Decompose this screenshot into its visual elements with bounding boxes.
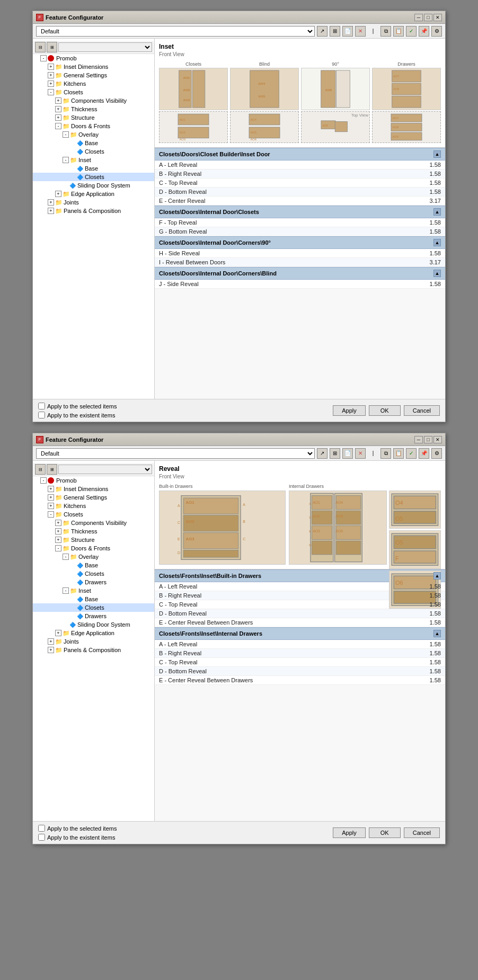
tree-expander-thickness[interactable]: + bbox=[55, 106, 61, 112]
tree-item-overlay-drawers-2[interactable]: 🔷 Drawers bbox=[33, 578, 154, 586]
exp-panels-2[interactable]: + bbox=[48, 647, 54, 653]
ok-button-1[interactable]: OK bbox=[369, 405, 401, 416]
tree-item-edge-app[interactable]: + 📁 Edge Application bbox=[33, 190, 154, 198]
tree-item-inset-2[interactable]: - 📁 Inset bbox=[33, 586, 154, 595]
maximize-btn-1[interactable]: □ bbox=[424, 14, 432, 21]
minimize-btn-2[interactable]: ─ bbox=[414, 436, 423, 443]
tree-item-structure[interactable]: + 📁 Structure bbox=[33, 113, 154, 122]
tree-expander-comp-vis[interactable]: + bbox=[55, 97, 61, 104]
toolbar-btn-pin-2[interactable]: 📌 bbox=[419, 448, 429, 459]
tree-item-joints[interactable]: + 📁 Joints bbox=[33, 198, 154, 207]
section-header-1[interactable]: Closets\Doors\Closet Builder\Inset Door … bbox=[155, 148, 445, 161]
exp-kitchens-2[interactable]: + bbox=[48, 503, 54, 509]
toolbar-btn-paste[interactable]: 📋 bbox=[393, 26, 404, 37]
collapse-btn-3[interactable]: ▲ bbox=[433, 239, 441, 246]
exp-overlay-2[interactable]: - bbox=[63, 554, 69, 560]
tree-expander-joints[interactable]: + bbox=[48, 199, 54, 206]
tree-item-inset-base-2[interactable]: 🔷 Base bbox=[33, 595, 154, 603]
section-header-4[interactable]: Closets\Doors\Internal Door\Corners\Blin… bbox=[155, 267, 445, 280]
toolbar-btn-cursor[interactable]: ↗ bbox=[317, 26, 327, 37]
tree-item-thickness[interactable]: + 📁 Thickness bbox=[33, 105, 154, 113]
tree-item-edge-2[interactable]: + 📁 Edge Application bbox=[33, 629, 154, 637]
section-header-2[interactable]: Closets\Doors\Internal Door\Closets ▲ bbox=[155, 206, 445, 218]
toolbar-btn-delete-2[interactable]: ✕ bbox=[355, 448, 366, 459]
tree-expander-inset[interactable]: - bbox=[63, 157, 69, 163]
minimize-btn-1[interactable]: ─ bbox=[414, 14, 423, 21]
toolbar-btn-copy-2[interactable]: ⧉ bbox=[380, 448, 391, 459]
tree-expander-kitchens[interactable]: + bbox=[48, 81, 54, 87]
tree-expander-structure[interactable]: + bbox=[55, 114, 61, 121]
apply-button-2[interactable]: Apply bbox=[333, 827, 366, 838]
sidebar-filter[interactable] bbox=[58, 42, 152, 52]
tree-expander-promob[interactable]: - bbox=[40, 55, 47, 61]
tree-item-kitchens-2[interactable]: + 📁 Kitchens bbox=[33, 502, 154, 510]
tree-item-inset[interactable]: - 📁 Inset bbox=[33, 156, 154, 164]
tree-item-promob[interactable]: - Promob bbox=[33, 54, 154, 63]
tree-item-overlay-base-2[interactable]: 🔷 Base bbox=[33, 561, 154, 569]
tree-expander-closets[interactable]: - bbox=[48, 89, 54, 95]
exp-comp-vis-2[interactable]: + bbox=[55, 520, 61, 526]
collapse-btn-4[interactable]: ▲ bbox=[433, 270, 441, 277]
tree-expander-gen-settings[interactable]: + bbox=[48, 72, 54, 78]
tree-item-panels-2[interactable]: + 📁 Panels & Composition bbox=[33, 646, 154, 654]
checkbox-existent-2[interactable] bbox=[38, 834, 45, 841]
toolbar-btn-settings-2[interactable]: ⚙ bbox=[431, 448, 442, 459]
tree-item-panels[interactable]: + 📁 Panels & Composition bbox=[33, 207, 154, 215]
checkbox-selected-2[interactable] bbox=[38, 825, 45, 832]
close-btn-1[interactable]: ✕ bbox=[433, 14, 442, 21]
cancel-button-2[interactable]: Cancel bbox=[404, 827, 440, 838]
collapse-btn-2-1[interactable]: ▲ bbox=[433, 572, 441, 580]
toolbar-btn-delete[interactable]: ✕ bbox=[355, 26, 366, 37]
sidebar-collapse-btn[interactable]: ⊟ bbox=[35, 42, 46, 52]
toolbar-btn-grid[interactable]: ⊞ bbox=[330, 26, 340, 37]
collapse-btn-1[interactable]: ▲ bbox=[433, 150, 441, 158]
tree-item-inset-drawers-2[interactable]: 🔷 Drawers bbox=[33, 612, 154, 620]
tree-expander-promob-2[interactable]: - bbox=[40, 477, 47, 484]
tree-item-general-settings[interactable]: + 📁 General Settings bbox=[33, 71, 154, 79]
toolbar-btn-pin[interactable]: 📌 bbox=[419, 26, 429, 37]
tree-item-closets[interactable]: - 📁 Closets bbox=[33, 88, 154, 96]
exp-doors-2[interactable]: - bbox=[55, 545, 61, 551]
tree-item-structure-2[interactable]: + 📁 Structure bbox=[33, 536, 154, 544]
tree-expander-overlay[interactable]: - bbox=[63, 131, 69, 138]
tree-item-doors-2[interactable]: - 📁 Doors & Fronts bbox=[33, 544, 154, 553]
profile-dropdown-2[interactable]: Default bbox=[36, 448, 315, 459]
tree-item-inset-dims-2[interactable]: + 📁 Inset Dimensions bbox=[33, 485, 154, 493]
profile-dropdown-1[interactable]: Default bbox=[36, 26, 315, 37]
checkbox-selected-1[interactable] bbox=[38, 403, 45, 409]
tree-item-overlay-2[interactable]: - 📁 Overlay bbox=[33, 553, 154, 561]
sidebar-filter-2[interactable] bbox=[58, 465, 152, 474]
section-header-2-2[interactable]: Closets\Fronts\Inset\Internal Drawers ▲ bbox=[155, 627, 445, 640]
tree-item-joints-2[interactable]: + 📁 Joints bbox=[33, 637, 154, 646]
toolbar-btn-copy[interactable]: ⧉ bbox=[380, 26, 391, 37]
tree-expander-edge[interactable]: + bbox=[55, 191, 61, 197]
tree-item-inset-closets-2[interactable]: ➤ 🔷 Closets bbox=[33, 603, 154, 612]
section-header-3[interactable]: Closets\Doors\Internal Door\Corners\90° … bbox=[155, 236, 445, 249]
toolbar-btn-new[interactable]: 📄 bbox=[342, 26, 353, 37]
tree-item-closets-2[interactable]: - 📁 Closets bbox=[33, 510, 154, 519]
collapse-btn-2-2[interactable]: ▲ bbox=[433, 630, 441, 637]
tree-item-kitchens[interactable]: + 📁 Kitchens bbox=[33, 79, 154, 88]
toolbar-btn-new-2[interactable]: 📄 bbox=[342, 448, 353, 459]
checkbox-existent-1[interactable] bbox=[38, 412, 45, 418]
exp-edge-2[interactable]: + bbox=[55, 630, 61, 636]
exp-inset-dims-2[interactable]: + bbox=[48, 486, 54, 492]
exp-gen-set-2[interactable]: + bbox=[48, 494, 54, 501]
tree-item-promob-2[interactable]: - Promob bbox=[33, 476, 154, 485]
exp-joints-2[interactable]: + bbox=[48, 638, 54, 645]
sidebar-expand-btn[interactable]: ⊞ bbox=[47, 42, 57, 52]
tree-item-inset-dimensions[interactable]: + 📁 Inset Dimensions bbox=[33, 63, 154, 71]
toolbar-btn-settings[interactable]: ⚙ bbox=[431, 26, 442, 37]
tree-expander-inset-dims[interactable]: + bbox=[48, 64, 54, 70]
sidebar-expand-btn-2[interactable]: ⊞ bbox=[47, 464, 57, 475]
tree-item-overlay-closets-2[interactable]: 🔷 Closets bbox=[33, 569, 154, 578]
tree-item-overlay-base[interactable]: 🔷 Base bbox=[33, 139, 154, 147]
exp-structure-2[interactable]: + bbox=[55, 537, 61, 543]
tree-item-thickness-2[interactable]: + 📁 Thickness bbox=[33, 527, 154, 536]
exp-closets-2[interactable]: - bbox=[48, 511, 54, 518]
ok-button-2[interactable]: OK bbox=[369, 827, 401, 838]
toolbar-btn-grid-2[interactable]: ⊞ bbox=[330, 448, 340, 459]
tree-item-inset-base[interactable]: ➤ 🔷 Base bbox=[33, 164, 154, 173]
tree-item-overlay[interactable]: - 📁 Overlay bbox=[33, 130, 154, 139]
cancel-button-1[interactable]: Cancel bbox=[404, 405, 440, 416]
